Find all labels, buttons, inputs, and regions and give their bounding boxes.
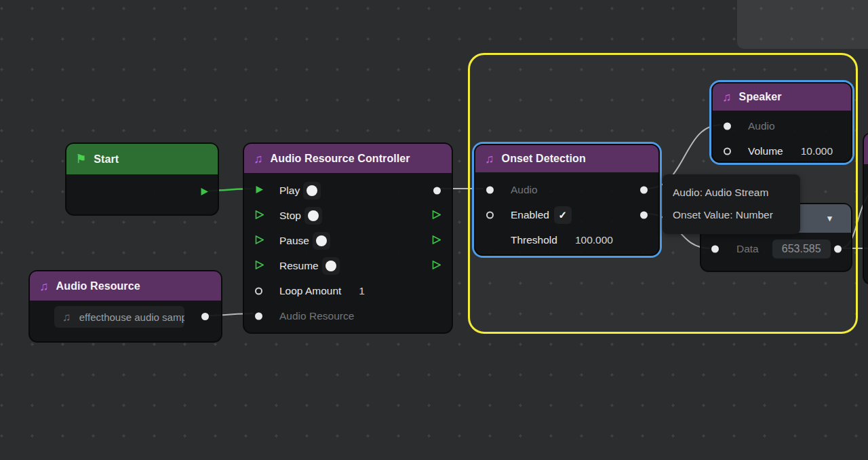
row-enabled: Enabled ✓	[475, 202, 658, 227]
row-data: Data 653.585	[701, 237, 851, 261]
offscreen-panel[interactable]	[737, 0, 868, 49]
audio-input-port[interactable]	[724, 122, 731, 130]
node-audio-resource-title: Audio Resource	[56, 280, 140, 292]
data-output-port[interactable]	[834, 246, 842, 253]
exec-output-port[interactable]	[432, 210, 441, 222]
row-stop: Stop	[244, 203, 452, 228]
volume-value[interactable]: 10.000	[801, 145, 833, 157]
row-loop-amount: Loop Amount 1	[244, 278, 452, 303]
music-note-icon: ♫	[39, 280, 49, 292]
exec-output-port[interactable]	[432, 235, 441, 247]
onset-value-output-port[interactable]	[640, 211, 648, 218]
data-input-port[interactable]	[711, 246, 719, 253]
stop-button[interactable]	[304, 207, 322, 225]
data-value[interactable]: 653.585	[772, 239, 831, 258]
node-onset-title: Onset Detection	[502, 153, 586, 165]
stop-label: Stop	[279, 210, 301, 222]
enabled-checkbox[interactable]: ✓	[554, 206, 572, 224]
flag-icon: ⚑	[76, 153, 86, 165]
exec-input-port[interactable]	[255, 235, 264, 247]
audio-input-port[interactable]	[486, 186, 494, 193]
node-audio-resource-controller[interactable]: ♫ Audio Resource Controller Play Stop	[243, 142, 453, 334]
enabled-label: Enabled	[511, 209, 549, 221]
enabled-input-port[interactable]	[486, 211, 494, 218]
tooltip-line-audio: Audio: Audio Stream	[673, 181, 800, 204]
node-onset-detection[interactable]: ♫ Onset Detection Audio Enabled ✓ Thresh…	[474, 144, 660, 256]
exec-input-port[interactable]	[255, 260, 264, 272]
exec-input-port[interactable]	[255, 185, 264, 197]
loop-amount-label: Loop Amount	[279, 285, 341, 297]
tooltip-line-onset-value: Onset Value: Number	[673, 204, 800, 226]
node-controller-header[interactable]: ♫ Audio Resource Controller	[244, 144, 452, 173]
pause-button[interactable]	[313, 232, 330, 250]
play-button[interactable]	[303, 182, 321, 199]
play-label: Play	[279, 185, 300, 197]
node-speaker[interactable]: ♫ Speaker Audio Volume 10.000	[711, 82, 852, 163]
row-threshold: Threshold 100.000	[475, 227, 658, 252]
audio-resource-input-label: Audio Resource	[279, 310, 354, 322]
audio-resource-output-port[interactable]	[201, 313, 209, 320]
node-audio-resource[interactable]: ♫ Audio Resource ♫ effecthouse audio sam…	[28, 270, 222, 343]
audio-sample-name: effecthouse audio samp	[79, 311, 184, 323]
exec-output-port[interactable]	[432, 260, 441, 272]
pause-label: Pause	[279, 235, 309, 247]
resume-button[interactable]	[322, 257, 340, 275]
offscreen-node-header	[864, 134, 868, 164]
row-volume: Volume 10.000	[713, 138, 851, 164]
threshold-value[interactable]: 100.000	[575, 234, 613, 246]
exec-output-port[interactable]	[200, 187, 209, 196]
row-audio-resource-input: Audio Resource	[244, 303, 452, 328]
audio-output-port[interactable]	[433, 187, 441, 194]
resume-label: Resume	[279, 260, 319, 272]
row-audio: Audio	[475, 177, 658, 202]
node-graph-canvas[interactable]: ⚑ Start ♫ Audio Resource ♫ effecthouse a…	[0, 0, 868, 460]
volume-label: Volume	[748, 145, 783, 157]
volume-input-port[interactable]	[724, 147, 731, 155]
node-start-header[interactable]: ⚑ Start	[66, 144, 218, 174]
node-start-title: Start	[94, 153, 119, 166]
node-start[interactable]: ⚑ Start	[65, 142, 219, 216]
node-audio-resource-header[interactable]: ♫ Audio Resource	[30, 271, 221, 301]
speaker-audio-label: Audio	[748, 120, 775, 132]
audio-resource-input-port[interactable]	[255, 312, 262, 320]
row-pause: Pause	[244, 228, 452, 253]
node-speaker-title: Speaker	[739, 91, 782, 103]
music-note-icon: ♫	[722, 91, 732, 103]
row-play: Play	[244, 178, 452, 203]
offscreen-node-right[interactable]	[863, 132, 868, 285]
loop-amount-input-port[interactable]	[255, 287, 262, 294]
loop-amount-value[interactable]: 1	[359, 285, 365, 297]
music-note-icon: ♫	[485, 153, 494, 165]
row-speaker-audio: Audio	[713, 113, 851, 138]
node-onset-header[interactable]: ♫ Onset Detection	[475, 145, 658, 172]
node-controller-title: Audio Resource Controller	[271, 153, 410, 165]
row-resume: Resume	[244, 253, 452, 278]
music-note-icon: ♫	[254, 153, 263, 165]
audio-output-port[interactable]	[640, 186, 648, 193]
threshold-label: Threshold	[511, 234, 557, 246]
chevron-down-icon[interactable]: ▾	[827, 213, 832, 223]
music-note-icon: ♫	[62, 311, 71, 323]
port-type-tooltip: Audio: Audio Stream Onset Value: Number	[663, 174, 800, 234]
exec-input-port[interactable]	[255, 210, 264, 222]
audio-sample-field[interactable]: ♫ effecthouse audio samp	[54, 306, 184, 328]
node-speaker-header[interactable]: ♫ Speaker	[713, 83, 851, 111]
data-label: Data	[736, 243, 759, 255]
audio-label: Audio	[511, 184, 538, 196]
